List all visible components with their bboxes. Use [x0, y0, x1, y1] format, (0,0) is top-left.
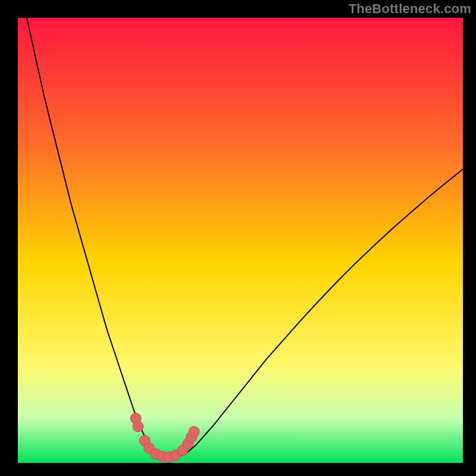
data-point: [189, 427, 199, 437]
gradient-bg: [18, 18, 463, 463]
outer-frame: TheBottleneck.com: [0, 0, 476, 476]
chart-svg: [18, 18, 463, 463]
watermark-text: TheBottleneck.com: [349, 1, 471, 17]
data-point: [133, 421, 143, 432]
plot-area: [18, 18, 463, 463]
